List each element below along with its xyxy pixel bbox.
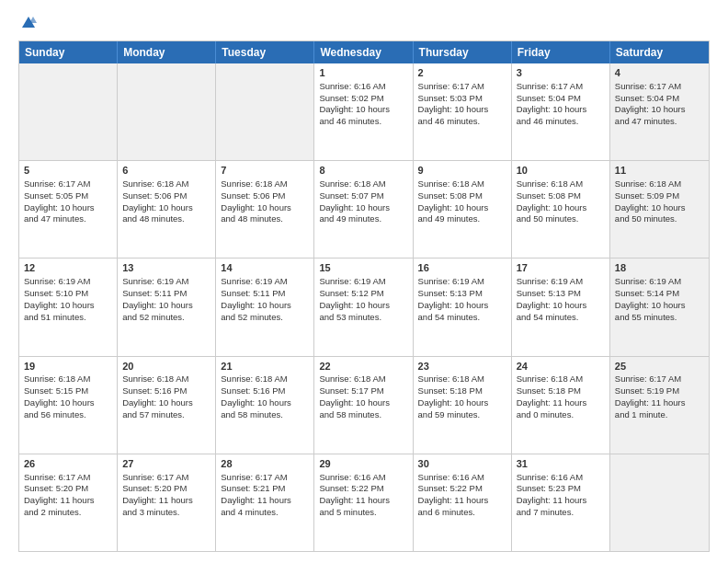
day-info-line: and 7 minutes. <box>517 507 605 519</box>
day-number: 7 <box>221 164 309 178</box>
day-info-line: and 47 minutes. <box>615 116 704 128</box>
day-info-line: and 50 minutes. <box>615 213 704 225</box>
day-number: 6 <box>122 164 210 178</box>
day-info-line: Sunset: 5:04 PM <box>517 93 605 105</box>
cal-cell-9: 9Sunrise: 6:18 AMSunset: 5:08 PMDaylight… <box>414 161 512 258</box>
day-info-line: Sunset: 5:23 PM <box>517 483 605 495</box>
cal-cell-8: 8Sunrise: 6:18 AMSunset: 5:07 PMDaylight… <box>314 161 413 258</box>
day-info-line: Daylight: 10 hours <box>615 300 704 312</box>
day-info-line: Sunrise: 6:17 AM <box>615 373 704 385</box>
logo <box>18 15 37 31</box>
week-row-1: 5Sunrise: 6:17 AMSunset: 5:05 PMDaylight… <box>19 161 709 259</box>
day-info-line: and 54 minutes. <box>517 312 605 324</box>
weekday-header-sunday: Sunday <box>19 41 118 63</box>
day-info-line: Sunrise: 6:17 AM <box>24 178 112 190</box>
day-number: 9 <box>418 164 506 178</box>
day-info-line: Sunset: 5:02 PM <box>319 93 407 105</box>
weekday-header-saturday: Saturday <box>610 41 709 63</box>
day-number: 27 <box>122 457 210 471</box>
day-info-line: Sunset: 5:08 PM <box>418 190 506 202</box>
cal-cell-29: 29Sunrise: 6:16 AMSunset: 5:22 PMDayligh… <box>314 454 413 551</box>
day-info-line: Sunrise: 6:16 AM <box>319 472 407 484</box>
day-number: 30 <box>418 457 506 471</box>
cal-cell-22: 22Sunrise: 6:18 AMSunset: 5:17 PMDayligh… <box>314 357 413 454</box>
cal-cell-2: 2Sunrise: 6:17 AMSunset: 5:03 PMDaylight… <box>414 63 512 160</box>
day-info-line: and 46 minutes. <box>517 116 605 128</box>
day-number: 24 <box>517 360 605 373</box>
weekday-header-thursday: Thursday <box>414 41 512 63</box>
cal-cell-3: 3Sunrise: 6:17 AMSunset: 5:04 PMDaylight… <box>512 63 610 160</box>
cal-cell-13: 13Sunrise: 6:19 AMSunset: 5:11 PMDayligh… <box>118 259 216 355</box>
day-info-line: Daylight: 10 hours <box>319 104 407 116</box>
day-info-line: and 59 minutes. <box>418 409 506 421</box>
day-info-line: and 57 minutes. <box>122 409 210 421</box>
day-info-line: Sunrise: 6:18 AM <box>319 178 407 190</box>
logo-icon <box>20 15 37 31</box>
day-info-line: Sunset: 5:22 PM <box>418 483 506 495</box>
cal-cell-31: 31Sunrise: 6:16 AMSunset: 5:23 PMDayligh… <box>512 454 610 551</box>
week-row-4: 26Sunrise: 6:17 AMSunset: 5:20 PMDayligh… <box>19 454 709 551</box>
cal-cell-23: 23Sunrise: 6:18 AMSunset: 5:18 PMDayligh… <box>414 357 512 454</box>
cal-cell-11: 11Sunrise: 6:18 AMSunset: 5:09 PMDayligh… <box>610 161 709 258</box>
day-number: 8 <box>319 164 407 178</box>
day-info-line: and 46 minutes. <box>418 116 506 128</box>
day-info-line: Daylight: 10 hours <box>24 300 112 312</box>
day-info-line: Sunrise: 6:19 AM <box>24 276 112 288</box>
day-info-line: Sunrise: 6:18 AM <box>24 373 112 385</box>
cal-cell-6: 6Sunrise: 6:18 AMSunset: 5:06 PMDaylight… <box>118 161 216 258</box>
weekday-header-monday: Monday <box>118 41 216 63</box>
day-number: 13 <box>122 261 210 275</box>
day-number: 14 <box>221 261 309 275</box>
day-info-line: Daylight: 10 hours <box>615 104 704 116</box>
day-info-line: Sunrise: 6:19 AM <box>221 276 309 288</box>
day-info-line: Sunset: 5:18 PM <box>517 385 605 397</box>
day-number: 20 <box>122 360 210 373</box>
cal-cell-5: 5Sunrise: 6:17 AMSunset: 5:05 PMDaylight… <box>19 161 118 258</box>
day-info-line: and 58 minutes. <box>221 409 309 421</box>
day-info-line: Daylight: 10 hours <box>517 104 605 116</box>
day-number: 21 <box>221 360 309 373</box>
day-number: 4 <box>615 66 704 80</box>
cal-cell-26: 26Sunrise: 6:17 AMSunset: 5:20 PMDayligh… <box>19 454 118 551</box>
cal-cell-27: 27Sunrise: 6:17 AMSunset: 5:20 PMDayligh… <box>118 454 216 551</box>
cal-cell-16: 16Sunrise: 6:19 AMSunset: 5:13 PMDayligh… <box>414 259 512 355</box>
day-number: 29 <box>319 457 407 471</box>
day-info-line: and 48 minutes. <box>122 213 210 225</box>
day-info-line: Sunrise: 6:17 AM <box>122 472 210 484</box>
day-number: 15 <box>319 261 407 275</box>
day-info-line: Sunset: 5:04 PM <box>615 93 704 105</box>
day-info-line: Sunrise: 6:18 AM <box>319 373 407 385</box>
day-info-line: Sunrise: 6:18 AM <box>418 373 506 385</box>
cal-cell-empty-4-6 <box>610 454 709 551</box>
day-info-line: Daylight: 10 hours <box>517 300 605 312</box>
day-number: 25 <box>615 360 704 373</box>
day-info-line: Sunrise: 6:17 AM <box>221 472 309 484</box>
day-number: 17 <box>517 261 605 275</box>
day-number: 26 <box>24 457 112 471</box>
day-info-line: Sunrise: 6:18 AM <box>418 178 506 190</box>
weekday-header-friday: Friday <box>512 41 610 63</box>
cal-cell-empty-0-2 <box>216 63 314 160</box>
day-info-line: Daylight: 10 hours <box>122 202 210 214</box>
day-info-line: Daylight: 10 hours <box>221 202 309 214</box>
day-info-line: Daylight: 10 hours <box>24 397 112 409</box>
day-info-line: Sunrise: 6:17 AM <box>418 81 506 93</box>
page: SundayMondayTuesdayWednesdayThursdayFrid… <box>0 0 728 563</box>
day-info-line: Sunrise: 6:16 AM <box>418 472 506 484</box>
day-info-line: Sunset: 5:13 PM <box>418 288 506 300</box>
day-number: 22 <box>319 360 407 373</box>
svg-marker-1 <box>29 17 37 23</box>
day-info-line: Sunset: 5:22 PM <box>319 483 407 495</box>
day-info-line: Daylight: 11 hours <box>221 495 309 507</box>
day-info-line: Daylight: 11 hours <box>24 495 112 507</box>
day-info-line: and 56 minutes. <box>24 409 112 421</box>
day-info-line: and 52 minutes. <box>122 312 210 324</box>
weekday-header-tuesday: Tuesday <box>216 41 314 63</box>
day-info-line: Sunset: 5:18 PM <box>418 385 506 397</box>
week-row-3: 19Sunrise: 6:18 AMSunset: 5:15 PMDayligh… <box>19 357 709 454</box>
day-info-line: Sunset: 5:07 PM <box>319 190 407 202</box>
day-info-line: and 49 minutes. <box>319 213 407 225</box>
day-info-line: and 58 minutes. <box>319 409 407 421</box>
day-info-line: and 55 minutes. <box>615 312 704 324</box>
cal-cell-20: 20Sunrise: 6:18 AMSunset: 5:16 PMDayligh… <box>118 357 216 454</box>
